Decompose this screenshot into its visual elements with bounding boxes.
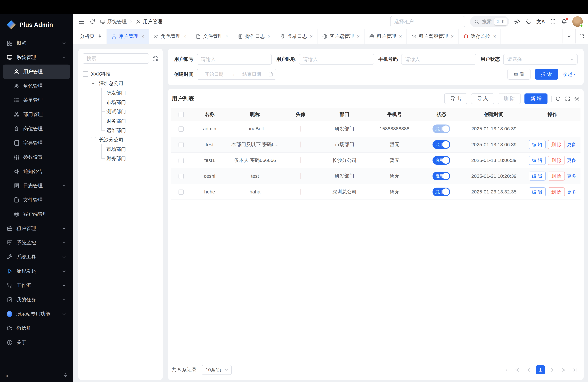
- pin-sidebar-icon[interactable]: [63, 373, 68, 378]
- import-button[interactable]: 导 入: [471, 93, 494, 104]
- breadcrumb-section[interactable]: 系统管理: [100, 18, 127, 25]
- collapse-node-icon[interactable]: −: [91, 81, 96, 86]
- sidebar-item-client-mgmt[interactable]: 客户端管理: [3, 207, 70, 221]
- more-button[interactable]: 更多: [567, 158, 576, 163]
- dark-mode-moon-icon[interactable]: [525, 19, 532, 25]
- collapse-node-icon[interactable]: −: [83, 71, 88, 77]
- fullscreen-table-icon[interactable]: [565, 96, 570, 102]
- close-icon[interactable]: ×: [451, 34, 454, 39]
- tab-tenant-mgmt[interactable]: 租户管理 ×: [365, 29, 407, 44]
- sidebar-item-demo-features[interactable]: 演示站专用功能: [3, 307, 70, 321]
- sidebar-item-system-monitor[interactable]: 系统监控: [3, 236, 70, 250]
- add-button[interactable]: 新 增: [525, 93, 547, 104]
- edit-button[interactable]: 编 辑: [529, 187, 546, 196]
- sidebar-item-post-mgmt[interactable]: 岗位管理: [3, 122, 70, 136]
- sidebar-item-my-tasks[interactable]: 我的任务: [3, 293, 70, 307]
- select-all-checkbox[interactable]: [179, 112, 184, 117]
- row-checkbox[interactable]: [179, 174, 184, 179]
- current-page-button[interactable]: 1: [536, 365, 545, 374]
- breadcrumb-page[interactable]: 用户管理: [136, 18, 162, 25]
- last-page-button[interactable]: [571, 365, 580, 374]
- column-settings-icon[interactable]: [574, 96, 580, 102]
- sidebar-item-notice[interactable]: 通知公告: [3, 164, 70, 178]
- tab-cache-monitor[interactable]: 缓存监控 ×: [459, 29, 501, 44]
- sidebar-item-overview[interactable]: 概览: [3, 36, 70, 50]
- tab-tenant-package-mgmt[interactable]: 租户套餐管理 ×: [407, 29, 459, 44]
- tree-search-input[interactable]: [83, 53, 149, 64]
- fullscreen-icon[interactable]: [550, 19, 556, 25]
- export-button[interactable]: 导 出: [444, 93, 467, 104]
- sidebar-item-system-mgmt[interactable]: 系统管理: [3, 50, 70, 64]
- row-checkbox[interactable]: [179, 142, 184, 147]
- sidebar-item-dict-mgmt[interactable]: 字典管理: [3, 136, 70, 150]
- page-size-select[interactable]: 10条/页: [202, 365, 231, 375]
- prev-pages-button[interactable]: [513, 365, 522, 374]
- row-delete-button[interactable]: 删 除: [548, 140, 565, 149]
- status-toggle[interactable]: 启用: [433, 172, 450, 180]
- pin-icon[interactable]: [98, 34, 102, 39]
- first-page-button[interactable]: [501, 365, 510, 374]
- status-toggle[interactable]: 启用: [433, 188, 450, 196]
- sidebar-item-system-tools[interactable]: 系统工具: [3, 250, 70, 264]
- tab-analysis[interactable]: 分析页: [75, 29, 107, 44]
- row-delete-button[interactable]: 删 除: [548, 187, 565, 196]
- status-toggle[interactable]: 启用: [433, 156, 450, 165]
- sidebar-item-tenant-mgmt[interactable]: 租户管理: [3, 221, 70, 235]
- status-toggle[interactable]: 启用: [433, 125, 450, 133]
- translate-icon[interactable]: 文A: [537, 18, 545, 25]
- tab-operation-log[interactable]: 操作日志 ×: [233, 29, 275, 44]
- global-search-button[interactable]: 搜索 ⌘ K: [470, 16, 509, 27]
- search-button[interactable]: 搜 索: [535, 69, 558, 79]
- row-checkbox[interactable]: [179, 158, 184, 163]
- row-delete-button[interactable]: 删 除: [548, 156, 565, 165]
- tree-node-leaf[interactable]: 市场部门: [102, 98, 158, 107]
- tab-file-mgmt[interactable]: 文件管理 ×: [191, 29, 233, 44]
- close-icon[interactable]: ×: [226, 34, 228, 39]
- sidebar-item-dept-mgmt[interactable]: 部门管理: [3, 107, 70, 122]
- edit-button[interactable]: 编 辑: [529, 156, 546, 165]
- edit-button[interactable]: 编 辑: [529, 171, 546, 181]
- avatar[interactable]: [572, 16, 583, 27]
- prev-page-button[interactable]: [524, 365, 533, 374]
- close-icon[interactable]: ×: [310, 34, 313, 39]
- more-button[interactable]: 更多: [567, 173, 576, 179]
- more-button[interactable]: 更多: [567, 189, 576, 194]
- settings-gear-icon[interactable]: [514, 19, 520, 25]
- tree-node-branch[interactable]: − 长沙分公司: [91, 135, 158, 144]
- tab-role-mgmt[interactable]: 角色管理 ×: [149, 29, 191, 44]
- tree-node-leaf[interactable]: 研发部门: [102, 88, 158, 97]
- sidebar-item-workflow[interactable]: 工作流: [3, 278, 70, 293]
- content-fullscreen-button[interactable]: [575, 29, 588, 43]
- tree-node-leaf[interactable]: 财务部门: [102, 116, 158, 126]
- tree-node-leaf[interactable]: 测试部门: [102, 107, 158, 116]
- more-button[interactable]: 更多: [567, 142, 576, 147]
- status-toggle[interactable]: 启用: [433, 140, 450, 149]
- reset-button[interactable]: 重 置: [507, 69, 530, 79]
- close-icon[interactable]: ×: [399, 34, 402, 39]
- tab-user-mgmt[interactable]: 用户管理 ×: [107, 29, 149, 44]
- phone-input[interactable]: [401, 54, 476, 64]
- tree-node-root[interactable]: − XXX科技: [83, 69, 158, 79]
- sidebar-item-about[interactable]: 关于: [3, 335, 70, 349]
- refresh-page-icon[interactable]: [90, 19, 95, 24]
- tab-login-log[interactable]: 登录日志 ×: [275, 29, 317, 44]
- next-page-button[interactable]: [547, 365, 556, 374]
- tenant-select-input[interactable]: [390, 16, 465, 27]
- tree-node-leaf[interactable]: 运维部门: [102, 126, 158, 135]
- edit-button[interactable]: 编 辑: [529, 140, 546, 149]
- sidebar-item-user-mgmt[interactable]: 用户管理: [3, 64, 70, 79]
- refresh-table-icon[interactable]: [555, 96, 561, 102]
- delete-button[interactable]: 删 除: [498, 93, 521, 104]
- row-delete-button[interactable]: 删 除: [548, 171, 565, 181]
- tree-refresh-icon[interactable]: [152, 56, 158, 62]
- close-icon[interactable]: ×: [493, 34, 496, 39]
- sidebar-item-param-settings[interactable]: 参数设置: [3, 150, 70, 164]
- collapse-node-icon[interactable]: −: [91, 137, 96, 142]
- account-input[interactable]: [197, 54, 272, 64]
- close-icon[interactable]: ×: [357, 34, 360, 39]
- sidebar-item-process-start[interactable]: 流程发起: [3, 264, 70, 278]
- tree-node-leaf[interactable]: 财务部门: [102, 154, 158, 163]
- sidebar-item-role-mgmt[interactable]: 角色管理: [3, 79, 70, 93]
- next-pages-button[interactable]: [559, 365, 568, 374]
- tree-node-leaf[interactable]: 市场部门: [102, 145, 158, 154]
